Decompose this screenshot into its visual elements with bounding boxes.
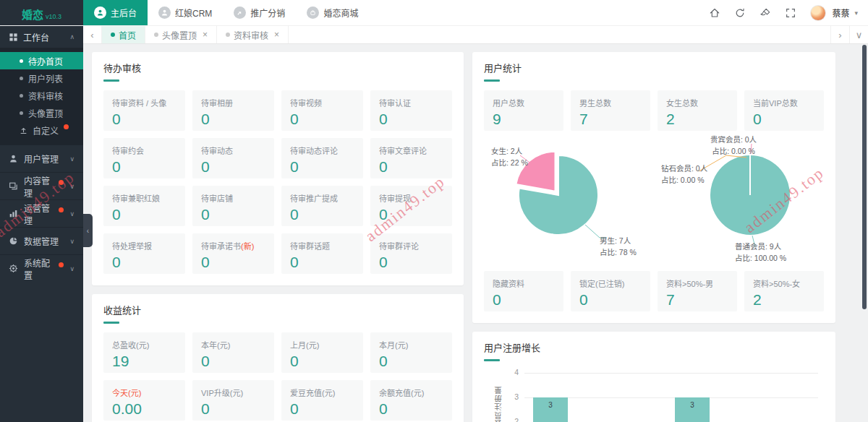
bar-value-label: 3: [675, 401, 710, 409]
stat-label: 上月(元): [290, 339, 354, 350]
notification-badge: [59, 180, 64, 185]
todo-cards-grid: 待审资料 / 头像 0 待审相册 0 待审视频 0: [103, 90, 452, 274]
stat-value: 0: [379, 206, 443, 223]
page-tabbar: ‹ 首页 头像置顶 × 资料审核 × › ∨: [83, 26, 868, 44]
nav-main-backend[interactable]: 主后台: [83, 0, 148, 25]
stat-label: 本年(元): [201, 339, 265, 350]
chevron-down-icon: ∨: [69, 265, 75, 272]
sidebar-item-avatar-top[interactable]: 头像置顶: [0, 104, 83, 121]
stat-value: 0: [112, 206, 176, 223]
sidebar-item-operations-management[interactable]: 运营管理 ∨: [0, 199, 83, 227]
stat-value: 7: [666, 291, 728, 308]
notification-badge: [59, 262, 64, 267]
stat-value: 2: [753, 291, 815, 308]
stat-card: 资料>50%-男 7: [658, 271, 737, 311]
bullet-icon: [20, 77, 23, 80]
stat-label: 待审视频: [290, 97, 354, 108]
y-axis-label: 近10天 会员注册量: [493, 386, 503, 422]
y-axis-tick: 2: [503, 417, 519, 422]
nav-label: 婚恋商城: [323, 7, 358, 19]
vertical-scrollbar[interactable]: [862, 45, 867, 309]
user-avatar[interactable]: [810, 5, 826, 21]
stat-label: 爱豆充值(元): [290, 387, 354, 398]
stat-value: 0: [379, 111, 443, 127]
stat-value: 0: [112, 158, 176, 175]
registration-bar-chart: 近10天 会员注册量 323 432: [484, 370, 824, 422]
stat-label: 当前VIP总数: [753, 97, 815, 108]
bar-chart-icon: [9, 209, 18, 218]
sidebar-item-content-management[interactable]: 内容管理 ∨: [0, 172, 83, 199]
pie-label-male: 男生: 7人 占比: 78 %: [600, 235, 637, 259]
sidebar-item-custom[interactable]: 自定义: [0, 121, 83, 139]
stat-value: 0: [379, 158, 443, 175]
username[interactable]: 蔡蔡: [832, 7, 849, 19]
grid-icon: [9, 33, 18, 42]
user-menu-caret-icon[interactable]: ▾: [854, 9, 858, 17]
stat-card: 女生总数 2: [658, 90, 737, 131]
nav-label: 推广分销: [250, 7, 285, 19]
stat-label: 待审相册: [201, 97, 265, 108]
user-icon: [9, 154, 18, 163]
distribution-icon: [234, 7, 246, 19]
tab-avatar-top[interactable]: 头像置顶 ×: [145, 26, 217, 43]
stat-label: 待审动态评论: [290, 145, 354, 156]
sidebar-item-data-management[interactable]: 数据管理 ∨: [0, 227, 83, 254]
stat-value: 0: [290, 400, 354, 417]
close-icon[interactable]: ×: [274, 30, 279, 40]
nav-distribution[interactable]: 推广分销: [223, 0, 296, 25]
gridline: [524, 373, 818, 374]
home-icon[interactable]: [709, 7, 720, 19]
stat-card: 用户总数 9: [484, 90, 563, 131]
sidebar-item-label: 系统配置: [24, 257, 53, 281]
stat-card: 锁定(已注销) 0: [571, 271, 650, 311]
main-content: 待办审核 待审资料 / 头像 0 待审相册 0: [83, 44, 868, 422]
stat-card: VIP升级(元) 0: [192, 380, 274, 421]
sidebar-item-user-management[interactable]: 用户管理 ∨: [0, 145, 83, 172]
tab-dot-icon: [154, 33, 158, 37]
stat-card: 隐藏资料 0: [484, 271, 563, 311]
tabs-scroll-right[interactable]: ›: [830, 26, 849, 43]
stat-card: 总盈收(元) 19: [103, 332, 185, 373]
sidebar-group-workbench[interactable]: 工作台 ∧: [0, 26, 83, 48]
nav-crm[interactable]: 红娘CRM: [148, 0, 223, 25]
sidebar-item-todo-home[interactable]: 待办首页: [0, 52, 83, 69]
refresh-icon[interactable]: [734, 7, 746, 19]
nav-label: 红娘CRM: [175, 7, 212, 19]
member-pie-chart: 贵宾会员: 0人 占比: 0.00 % 钻石会员: 0人 占比: 0.00 % …: [654, 134, 824, 264]
pie-label-normal-member: 普通会员: 9人 占比: 100.00 %: [735, 241, 786, 264]
sidebar-group-label: 工作台: [23, 31, 49, 43]
stat-value: 0: [379, 254, 443, 270]
sidebar-item-user-list[interactable]: 用户列表: [0, 69, 83, 87]
stat-value: 0: [379, 400, 443, 417]
sidebar-collapse-handle[interactable]: ‹: [83, 214, 93, 247]
chevron-down-icon: ∨: [69, 183, 75, 190]
notification-badge: [59, 207, 64, 212]
stat-label: 余额充值(元): [379, 387, 443, 398]
stat-value: 0: [201, 206, 265, 223]
stat-label: 待审文章评论: [379, 145, 443, 156]
stat-value: 7: [579, 111, 642, 127]
sidebar-item-profile-review[interactable]: 资料审核: [0, 87, 83, 104]
stat-value: 0: [201, 111, 265, 127]
stat-label: 男生总数: [579, 97, 642, 108]
clear-cache-icon[interactable]: [760, 7, 771, 19]
sidebar-item-label: 内容管理: [24, 174, 53, 199]
close-icon[interactable]: ×: [203, 30, 208, 40]
sidebar-item-system-config[interactable]: 系统配置 ∨: [0, 254, 83, 282]
tab-home[interactable]: 首页: [102, 26, 145, 43]
user-stats-panel: 用户统计 用户总数 9 男生总数 7: [472, 52, 835, 323]
right-column: 用户统计 用户总数 9 男生总数 7: [472, 52, 835, 422]
pie-label-vip-member: 贵宾会员: 0人 占比: 0.00 %: [690, 134, 777, 158]
stat-label: 待审店铺: [201, 192, 265, 204]
tabs-scroll-left[interactable]: ‹: [83, 26, 102, 43]
stat-label: 待审约会: [112, 145, 176, 156]
tab-profile-review[interactable]: 资料审核 ×: [217, 26, 289, 43]
fullscreen-icon[interactable]: [785, 7, 796, 19]
nav-mall[interactable]: 婚恋商城: [296, 0, 369, 25]
stat-card: 待审文章评论 0: [370, 138, 452, 178]
tabs-menu-toggle[interactable]: ∨: [849, 26, 868, 43]
stat-label: 待审群评论: [379, 240, 443, 251]
sidebar-item-label: 数据管理: [24, 235, 59, 247]
stat-value: 0: [201, 353, 265, 369]
tab-dot-icon: [226, 33, 230, 37]
